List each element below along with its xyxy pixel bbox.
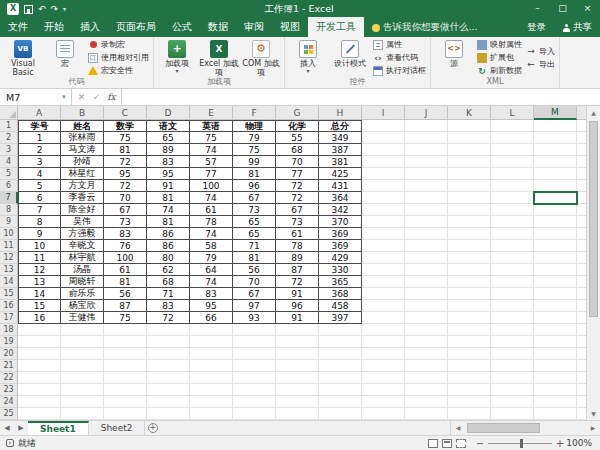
cell-F7[interactable]: 67 [233,192,276,204]
confirm-entry-icon[interactable]: ✓ [89,92,104,102]
cell-I24[interactable] [362,396,405,408]
cell-C12[interactable]: 100 [104,252,147,264]
cell-N8[interactable] [577,204,586,216]
row-header-10[interactable]: 10 [0,228,18,240]
column-header-K[interactable]: K [448,106,491,120]
cell-D6[interactable]: 91 [147,180,190,192]
cell-G6[interactable]: 72 [276,180,319,192]
cell-A8[interactable]: 7 [18,204,61,216]
cell-L18[interactable] [491,324,534,336]
cell-E20[interactable] [190,348,233,360]
cell-C5[interactable]: 95 [104,168,147,180]
cell-F1[interactable]: 物理 [233,120,276,132]
formula-input[interactable] [122,89,600,105]
cell-G17[interactable]: 91 [276,312,319,324]
cell-E13[interactable]: 64 [190,264,233,276]
cell-M16[interactable] [534,300,577,312]
cell-D12[interactable]: 80 [147,252,190,264]
cell-F2[interactable]: 79 [233,132,276,144]
cell-J2[interactable] [405,132,448,144]
cell-K23[interactable] [448,384,491,396]
row-header-20[interactable]: 20 [0,348,18,360]
cell-B25[interactable] [61,408,104,420]
ribbon-button-设计模式[interactable]: 设计模式 [329,38,371,77]
cell-J7[interactable] [405,192,448,204]
cell-K17[interactable] [448,312,491,324]
cell-G12[interactable]: 89 [276,252,319,264]
row-header-2[interactable]: 2 [0,132,18,144]
cell-B6[interactable]: 方文月 [61,180,104,192]
cell-B22[interactable] [61,372,104,384]
cell-C13[interactable]: 61 [104,264,147,276]
cell-N19[interactable] [577,336,586,348]
ribbon-button-源[interactable]: 源 [433,38,475,77]
cell-H12[interactable]: 429 [319,252,362,264]
sheet-nav-left-icon[interactable]: ◀ [0,421,14,435]
cell-N21[interactable] [577,360,586,372]
cell-B23[interactable] [61,384,104,396]
cell-N6[interactable] [577,180,586,192]
cell-F3[interactable]: 75 [233,144,276,156]
cell-A17[interactable]: 16 [18,312,61,324]
maximize-button[interactable]: □ [550,0,575,18]
cell-A24[interactable] [18,396,61,408]
cell-D11[interactable]: 86 [147,240,190,252]
cell-J8[interactable] [405,204,448,216]
page-layout-view-icon[interactable] [442,439,452,448]
cell-G2[interactable]: 55 [276,132,319,144]
cell-H1[interactable]: 总分 [319,120,362,132]
cell-G18[interactable] [276,324,319,336]
page-break-view-icon[interactable] [456,439,466,448]
cell-I1[interactable] [362,120,405,132]
zoom-level[interactable]: 100% [566,438,600,448]
row-header-16[interactable]: 16 [0,300,18,312]
cell-E19[interactable] [190,336,233,348]
cell-N20[interactable] [577,348,586,360]
row-header-14[interactable]: 14 [0,276,18,288]
cell-A16[interactable]: 15 [18,300,61,312]
cell-H25[interactable] [319,408,362,420]
cell-A2[interactable]: 1 [18,132,61,144]
cell-I25[interactable] [362,408,405,420]
cell-F24[interactable] [233,396,276,408]
cell-L25[interactable] [491,408,534,420]
cell-D16[interactable]: 83 [147,300,190,312]
cell-H2[interactable]: 349 [319,132,362,144]
cell-L5[interactable] [491,168,534,180]
cell-K20[interactable] [448,348,491,360]
cell-F21[interactable] [233,360,276,372]
cell-I9[interactable] [362,216,405,228]
cell-J11[interactable] [405,240,448,252]
cell-G13[interactable]: 87 [276,264,319,276]
row-header-19[interactable]: 19 [0,336,18,348]
cell-I19[interactable] [362,336,405,348]
cell-N23[interactable] [577,384,586,396]
cell-D15[interactable]: 71 [147,288,190,300]
cell-A11[interactable]: 10 [18,240,61,252]
cell-J21[interactable] [405,360,448,372]
cell-N24[interactable] [577,396,586,408]
cell-B17[interactable]: 王健伟 [61,312,104,324]
row-header-4[interactable]: 4 [0,156,18,168]
cell-N25[interactable] [577,408,586,420]
cell-A15[interactable]: 14 [18,288,61,300]
cell-I21[interactable] [362,360,405,372]
cell-L22[interactable] [491,372,534,384]
cell-B7[interactable]: 李香云 [61,192,104,204]
cell-D14[interactable]: 68 [147,276,190,288]
cell-L14[interactable] [491,276,534,288]
cell-L19[interactable] [491,336,534,348]
cell-L20[interactable] [491,348,534,360]
cell-D10[interactable]: 86 [147,228,190,240]
ribbon-tab-file[interactable]: 文件 [0,17,36,37]
cell-N5[interactable] [577,168,586,180]
ribbon-button-执行对话框[interactable]: 执行对话框 [373,65,426,77]
cell-B4[interactable]: 孙靖 [61,156,104,168]
cell-I2[interactable] [362,132,405,144]
cell-A5[interactable]: 4 [18,168,61,180]
cell-L9[interactable] [491,216,534,228]
ribbon-tab-视图[interactable]: 视图 [272,17,308,37]
cell-A1[interactable]: 学号 [18,120,61,132]
cell-H8[interactable]: 342 [319,204,362,216]
ribbon-button-宏安全性[interactable]: 宏安全性 [88,65,149,77]
